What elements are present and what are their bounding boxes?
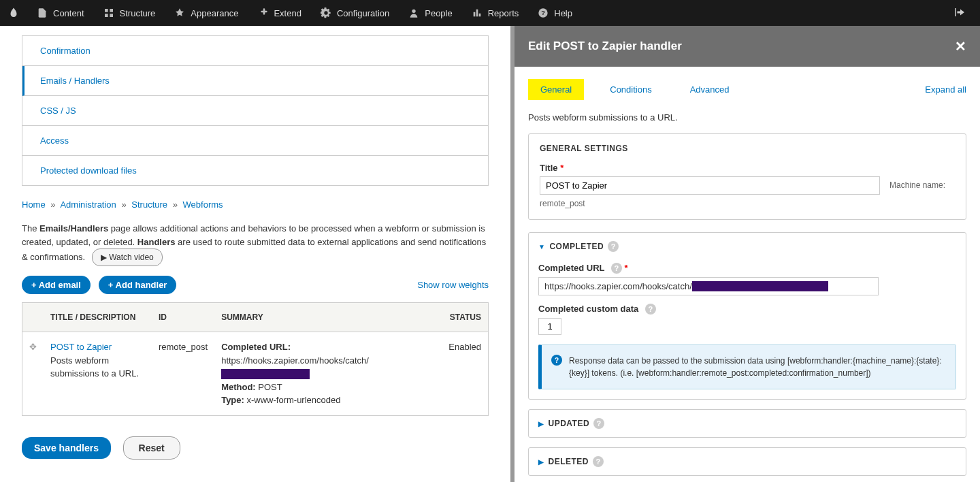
tab-access[interactable]: Access [22, 126, 488, 156]
handler-status: Enabled [442, 332, 488, 416]
machine-name-label: Machine name: [889, 180, 945, 190]
handler-description-text: Posts webform submissions to a URL. [528, 112, 966, 123]
deleted-section: ▶ DELETED ? [528, 447, 966, 476]
title-label: Title * [540, 163, 955, 173]
completed-custom-input[interactable] [538, 318, 561, 335]
toolbar-content[interactable]: Content [27, 0, 94, 26]
redacted-url-field [692, 281, 828, 291]
caret-right-icon: ▶ [538, 420, 544, 428]
general-settings-legend: GENERAL SETTINGS [529, 134, 966, 163]
toolbar-appearance[interactable]: Appearance [165, 0, 248, 26]
add-handler-button[interactable]: + Add handler [99, 276, 177, 294]
col-id: ID [152, 303, 214, 332]
machine-name-value: remote_post [540, 199, 955, 208]
completed-url-input[interactable]: https://hooks.zapier.com/hooks/catch/ [538, 277, 879, 295]
completed-custom-label: Completed custom data ? [538, 304, 956, 315]
toolbar-help[interactable]: ? Help [528, 0, 582, 26]
breadcrumb: Home » Administration » Structure » Webf… [0, 199, 510, 222]
panel-tab-advanced[interactable]: Advanced [678, 79, 742, 100]
admin-toolbar: Content Structure Appearance Extend Conf… [0, 0, 980, 26]
caret-down-icon: ▼ [538, 243, 545, 251]
main-content: Confirmation Emails / Handlers CSS / JS … [0, 26, 510, 482]
breadcrumb-admin[interactable]: Administration [60, 199, 116, 210]
info-message: ? Response data can be passed to the sub… [538, 344, 956, 389]
table-row: ✥ POST to Zapier Posts webform submissio… [22, 332, 489, 416]
handler-title-link[interactable]: POST to Zapier [50, 342, 112, 352]
toolbar-structure[interactable]: Structure [94, 0, 165, 26]
help-icon[interactable]: ? [593, 418, 604, 429]
deleted-toggle[interactable]: ▶ DELETED ? [529, 448, 966, 475]
help-icon[interactable]: ? [593, 456, 604, 467]
breadcrumb-structure[interactable]: Structure [131, 199, 167, 210]
handlers-table: TITLE / DESCRIPTION ID SUMMARY STATUS ✥ … [22, 302, 489, 416]
tab-confirmation[interactable]: Confirmation [22, 36, 488, 66]
watch-video-button[interactable]: ▶ Watch video [92, 248, 163, 266]
handler-description: Posts webform submissions to a URL. [50, 354, 145, 381]
close-icon[interactable]: ✕ [955, 38, 966, 54]
help-icon[interactable]: ? [611, 263, 622, 274]
col-summary: SUMMARY [214, 303, 442, 332]
toolbar-reports[interactable]: Reports [462, 0, 529, 26]
toolbar-configuration[interactable]: Configuration [311, 0, 399, 26]
help-icon[interactable]: ? [608, 241, 619, 252]
general-settings-fieldset: GENERAL SETTINGS Title * Machine name: r… [528, 133, 966, 220]
intro-text: The Emails/Handlers page allows addition… [0, 222, 510, 276]
col-title: TITLE / DESCRIPTION [44, 303, 152, 332]
completed-url-label: Completed URL ? * [538, 263, 956, 274]
svg-text:?: ? [541, 10, 545, 16]
tab-emails-handlers[interactable]: Emails / Handlers [22, 66, 488, 96]
col-status: STATUS [442, 303, 488, 332]
webform-settings-tabs: Confirmation Emails / Handlers CSS / JS … [22, 35, 489, 186]
svg-rect-3 [956, 8, 957, 16]
panel-tab-conditions[interactable]: Conditions [598, 79, 664, 100]
handler-summary: Completed URL: https://hooks.zapier.com/… [214, 332, 442, 416]
edit-handler-panel: Edit POST to Zapier handler ✕ General Co… [510, 26, 980, 482]
reset-button[interactable]: Reset [123, 436, 180, 460]
add-email-button[interactable]: + Add email [22, 276, 91, 294]
drag-handle-icon[interactable]: ✥ [29, 342, 37, 352]
tab-css-js[interactable]: CSS / JS [22, 96, 488, 126]
redacted-url [221, 369, 310, 379]
panel-title: Edit POST to Zapier handler [528, 39, 682, 53]
tab-protected-files[interactable]: Protected download files [22, 156, 488, 185]
completed-toggle[interactable]: ▼ COMPLETED ? [529, 233, 966, 260]
save-handlers-button[interactable]: Save handlers [22, 437, 111, 459]
toolbar-extend[interactable]: Extend [248, 0, 310, 26]
expand-all-link[interactable]: Expand all [925, 84, 966, 95]
show-row-weights-link[interactable]: Show row weights [417, 280, 489, 290]
help-icon[interactable]: ? [645, 304, 656, 315]
caret-right-icon: ▶ [538, 458, 544, 466]
svg-point-0 [412, 10, 416, 13]
drupal-icon[interactable] [7, 6, 20, 20]
toolbar-collapse-icon[interactable] [947, 7, 973, 20]
completed-section: ▼ COMPLETED ? Completed URL ? * https://… [528, 232, 966, 400]
updated-section: ▶ UPDATED ? [528, 409, 966, 438]
breadcrumb-webforms[interactable]: Webforms [183, 199, 223, 210]
toolbar-people[interactable]: People [399, 0, 461, 26]
info-icon: ? [551, 355, 562, 366]
updated-toggle[interactable]: ▶ UPDATED ? [529, 410, 966, 437]
handler-id: remote_post [152, 332, 214, 416]
panel-tab-general[interactable]: General [528, 79, 584, 100]
breadcrumb-home[interactable]: Home [22, 199, 46, 210]
title-input[interactable] [540, 176, 880, 195]
